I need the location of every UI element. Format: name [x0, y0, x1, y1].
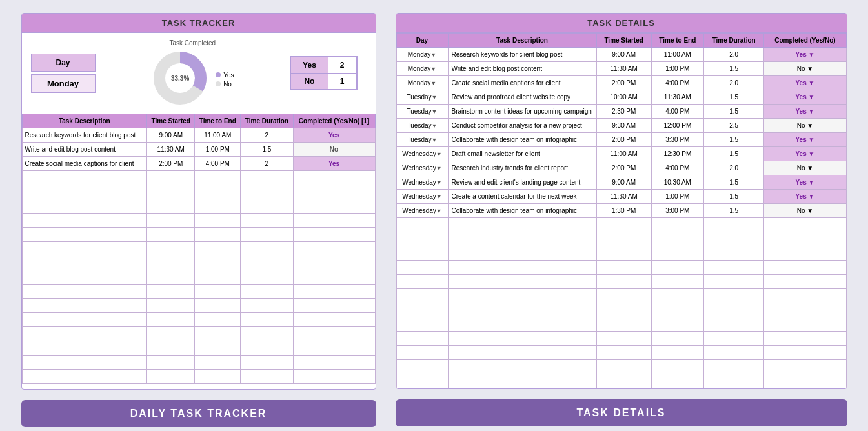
- details-row-end: [651, 232, 703, 246]
- details-row-day: Monday▼: [396, 48, 448, 62]
- legend-no-dot: [216, 81, 221, 86]
- details-row-start: [596, 374, 651, 388]
- main-container: TASK TRACKER Day Monday Task Completed: [13, 13, 855, 427]
- details-row-completed[interactable]: Yes ▼: [764, 190, 846, 204]
- right-bottom-label: TASK DETAILS: [396, 399, 847, 426]
- day-dropdown-arrow[interactable]: ▼: [436, 165, 442, 172]
- details-row-start: [596, 360, 651, 374]
- details-row-completed[interactable]: Yes ▼: [764, 147, 846, 161]
- yes-label-cell: Yes: [291, 57, 328, 74]
- details-row-duration: 1.5: [703, 90, 763, 105]
- details-row-end: [651, 317, 703, 332]
- details-row-desc: [448, 246, 596, 261]
- details-row-start: [596, 246, 651, 261]
- details-row-start: [596, 303, 651, 317]
- details-row-day: [396, 246, 448, 261]
- details-row-day: Wednesday▼: [396, 147, 448, 161]
- small-row-completed: No: [293, 143, 375, 157]
- details-row-completed: [764, 246, 846, 261]
- details-col-completed: Completed (Yes/No): [764, 34, 846, 48]
- details-row-day: [396, 317, 448, 332]
- details-row-duration: [703, 261, 763, 275]
- day-dropdown-arrow[interactable]: ▼: [430, 52, 436, 58]
- details-row-start: 2:00 PM: [596, 76, 651, 90]
- details-row-start: 2:00 PM: [596, 133, 651, 147]
- details-row-desc: [448, 275, 596, 289]
- day-dropdown-arrow[interactable]: ▼: [430, 66, 436, 72]
- details-row-desc: [448, 360, 596, 374]
- day-dropdown-arrow[interactable]: ▼: [432, 137, 438, 143]
- details-row-completed[interactable]: Yes ▼: [764, 90, 846, 105]
- details-row-desc: Collaborate with design team on infograp…: [448, 133, 596, 147]
- details-row-desc: Brainstorm content ideas for upcoming ca…: [448, 105, 596, 119]
- small-table-container: Task Description Time Started Time to En…: [22, 114, 376, 389]
- details-row-duration: [703, 374, 763, 388]
- details-row-duration: 1.5: [703, 62, 763, 76]
- details-row-start: 2:00 PM: [596, 161, 651, 175]
- details-row-end: [651, 261, 703, 275]
- day-dropdown-arrow[interactable]: ▼: [436, 151, 442, 157]
- details-row-start: 11:30 AM: [596, 62, 651, 76]
- small-row-duration: 1.5: [241, 143, 293, 157]
- left-panel: TASK TRACKER Day Monday Task Completed: [21, 13, 376, 427]
- day-info: Day Monday: [31, 54, 96, 93]
- small-row-desc: Create social media captions for client: [22, 157, 147, 171]
- details-row-duration: 2.0: [703, 76, 763, 90]
- details-row-completed: [764, 218, 846, 232]
- details-row-end: 4:00 PM: [651, 76, 703, 90]
- legend-yes: Yes: [216, 72, 234, 79]
- details-row-desc: [448, 218, 596, 232]
- day-dropdown-arrow[interactable]: ▼: [432, 123, 438, 129]
- details-row-day: [396, 232, 448, 246]
- details-row-completed[interactable]: Yes ▼: [764, 105, 846, 119]
- legend-yes-label: Yes: [223, 72, 234, 79]
- col-start: Time Started: [147, 114, 195, 128]
- details-row-desc: [448, 317, 596, 332]
- details-row-duration: [703, 360, 763, 374]
- small-row-end: 11:00 AM: [195, 128, 241, 143]
- details-row-start: [596, 218, 651, 232]
- small-row-completed: Yes: [293, 157, 375, 171]
- details-table: Day Task Description Time Started Time t…: [396, 33, 847, 388]
- details-row-desc: [448, 374, 596, 388]
- details-row-completed[interactable]: No ▼: [764, 62, 846, 76]
- day-dropdown-arrow[interactable]: ▼: [436, 194, 442, 200]
- details-row-completed[interactable]: No ▼: [764, 119, 846, 133]
- details-row-day: Tuesday▼: [396, 133, 448, 147]
- details-row-desc: Collaborate with design team on infograp…: [448, 204, 596, 218]
- details-row-day: [396, 218, 448, 232]
- details-row-completed[interactable]: Yes ▼: [764, 133, 846, 147]
- details-row-completed[interactable]: Yes ▼: [764, 48, 846, 62]
- col-duration: Time Duration: [241, 114, 293, 128]
- day-dropdown-arrow[interactable]: ▼: [430, 80, 436, 86]
- details-row-start: 9:30 AM: [596, 119, 651, 133]
- details-row-desc: Draft email newsletter for client: [448, 147, 596, 161]
- day-dropdown-arrow[interactable]: ▼: [436, 208, 442, 214]
- details-row-completed[interactable]: No ▼: [764, 161, 846, 175]
- details-row-end: [651, 332, 703, 346]
- details-row-start: [596, 289, 651, 303]
- day-dropdown-arrow[interactable]: ▼: [432, 94, 438, 101]
- details-row-end: 11:00 AM: [651, 48, 703, 62]
- details-row-completed[interactable]: No ▼: [764, 204, 846, 218]
- details-row-day: [396, 289, 448, 303]
- details-row-desc: Review and proofread client website copy: [448, 90, 596, 105]
- details-row-day: Monday▼: [396, 62, 448, 76]
- details-row-completed[interactable]: Yes ▼: [764, 76, 846, 90]
- details-row-end: 1:00 PM: [651, 62, 703, 76]
- details-row-start: 2:30 PM: [596, 105, 651, 119]
- details-row-day: Wednesday▼: [396, 161, 448, 175]
- details-row-desc: Conduct competitor analysis for a new pr…: [448, 119, 596, 133]
- task-tracker-card: TASK TRACKER Day Monday Task Completed: [21, 13, 376, 390]
- details-row-day: [396, 332, 448, 346]
- details-row-start: 1:30 PM: [596, 204, 651, 218]
- details-row-desc: [448, 289, 596, 303]
- left-bottom-label: DAILY TASK TRACKER: [21, 400, 376, 427]
- chart-legend: Yes No: [216, 72, 234, 88]
- day-dropdown-arrow[interactable]: ▼: [432, 108, 438, 115]
- details-row-end: [651, 218, 703, 232]
- day-dropdown-arrow[interactable]: ▼: [436, 179, 442, 186]
- small-row-desc: Write and edit blog post content: [22, 143, 147, 157]
- details-row-completed[interactable]: Yes ▼: [764, 175, 846, 190]
- details-row-day: [396, 374, 448, 388]
